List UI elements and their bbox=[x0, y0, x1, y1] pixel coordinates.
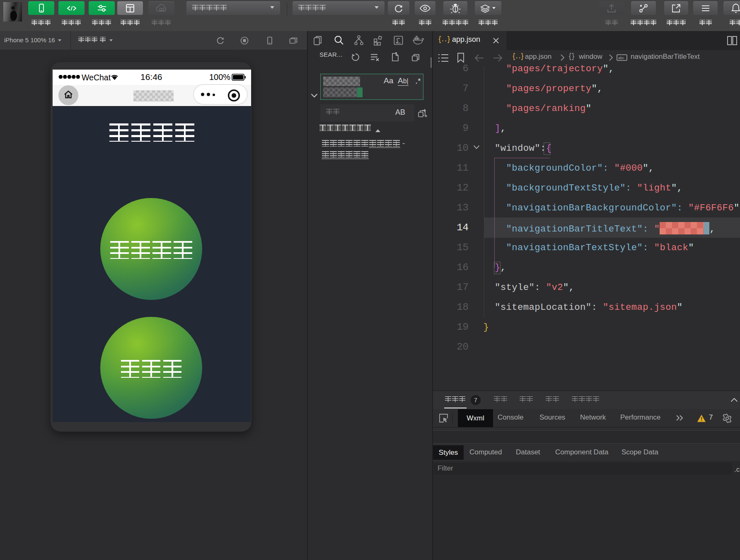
svg-text:abc: abc bbox=[618, 56, 624, 60]
